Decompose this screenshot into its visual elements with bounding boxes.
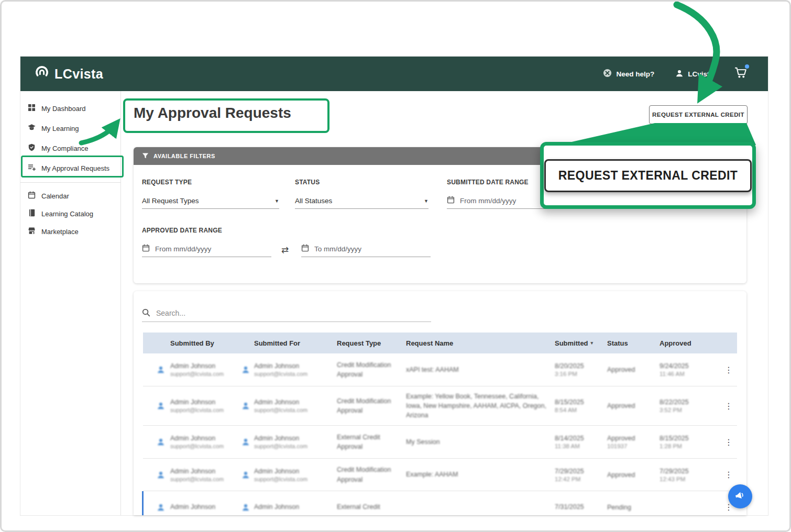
submitted-by-email: support@lcvista.com [170, 371, 237, 377]
row-menu-button[interactable]: ⋮ [720, 470, 737, 480]
submitted-for-name: Admin Johnson [254, 503, 337, 511]
col-request-type[interactable]: Request Type [337, 339, 406, 347]
table-row[interactable]: Admin Johnson Admin Johnson External Cre… [143, 491, 737, 515]
status-select[interactable]: All Statuses ▼ [295, 193, 429, 209]
request-name-cell: Example: Yellow Book, Tennessee, Califor… [406, 392, 555, 420]
search-placeholder: Search... [156, 309, 185, 317]
sidebar-item-label: Learning Catalog [41, 210, 93, 218]
dashboard-icon [28, 104, 36, 113]
request-name-cell: My Session [406, 437, 555, 447]
calendar-icon [447, 196, 455, 206]
col-approved[interactable]: Approved [660, 339, 720, 347]
submitted-by-name: Admin Johnson [170, 435, 237, 442]
table-row[interactable]: Admin Johnsonsupport@lcvista.com Admin J… [143, 353, 737, 386]
submitted-from-date-field[interactable]: From mm/dd/yyyy [447, 193, 575, 209]
calendar-icon [28, 191, 36, 201]
sidebar-item-label: My Dashboard [41, 105, 86, 113]
submitted-from-placeholder: From mm/dd/yyyy [460, 197, 516, 205]
table-row[interactable]: Admin Johnsonsupport@lcvista.com Admin J… [143, 386, 737, 426]
need-help-button[interactable]: Need help? [603, 69, 654, 79]
filters-header: AVAILABLE FILTERS [134, 147, 746, 165]
user-icon [151, 402, 170, 410]
sidebar-item-calendar[interactable]: Calendar [20, 187, 120, 205]
table-header-row: Submitted By Submitted For Request Type … [143, 332, 737, 353]
sidebar-item-my-approval-requests[interactable]: My Approval Requests [20, 158, 120, 178]
user-icon [675, 69, 684, 79]
approved-date-range-label: APPROVED DATE RANGE [142, 227, 222, 234]
sidebar-item-learning-catalog[interactable]: Learning Catalog [20, 205, 120, 223]
col-status[interactable]: Status [607, 339, 660, 347]
page-title: My Approval Requests [134, 105, 291, 121]
user-icon [151, 503, 170, 512]
submitted-time: 8:54 AM [555, 407, 607, 413]
approved-time: 12:43 PM [660, 476, 720, 482]
user-label: LCvista [688, 70, 713, 78]
submitted-date: 8/15/2025 [555, 398, 607, 406]
sidebar-item-my-learning[interactable]: My Learning [20, 118, 120, 138]
status-cell: Approved [607, 435, 660, 442]
table-row[interactable]: Admin Johnsonsupport@lcvista.com Admin J… [143, 426, 737, 459]
sidebar-item-label: Marketplace [41, 228, 79, 236]
row-menu-button[interactable]: ⋮ [720, 437, 737, 447]
approved-date: 8/22/2025 [660, 398, 720, 406]
submitted-date: 7/31/2025 [555, 503, 607, 511]
request-type-select[interactable]: All Request Types ▼ [142, 193, 279, 209]
submitted-by-email: support@lcvista.com [170, 476, 237, 482]
row-selection-indicator [142, 491, 144, 515]
submitted-by-name: Admin Johnson [170, 398, 237, 406]
sidebar-divider [20, 182, 120, 183]
approved-date: 9/24/2025 [660, 362, 720, 370]
submitted-for-name: Admin Johnson [254, 435, 337, 442]
brand-logo[interactable]: LCvista [34, 64, 103, 83]
search-input[interactable]: Search... [142, 305, 431, 322]
row-menu-button[interactable]: ⋮ [720, 365, 737, 375]
request-type-cell: External Credit Approval [337, 433, 406, 451]
submitted-date: 8/20/2025 [555, 362, 607, 370]
submitted-time: 11:38 AM [555, 443, 607, 449]
cart-button[interactable] [734, 67, 747, 81]
request-type-cell: Credit Modification Approval [337, 360, 406, 379]
approved-to-placeholder: To mm/dd/yyyy [314, 245, 361, 253]
sidebar-item-my-dashboard[interactable]: My Dashboard [20, 98, 120, 118]
submitted-for-email: support@lcvista.com [254, 443, 337, 449]
user-icon [151, 438, 170, 446]
request-external-credit-button[interactable]: REQUEST EXTERNAL CREDIT [649, 105, 748, 124]
user-icon [237, 402, 254, 410]
approved-to-date-field[interactable]: To mm/dd/yyyy [301, 241, 431, 257]
table-row[interactable]: Admin Johnsonsupport@lcvista.com Admin J… [143, 459, 737, 491]
user-menu[interactable]: LCvista [675, 69, 713, 79]
filter-funnel-icon [142, 152, 149, 160]
request-name-cell: Example: AAHAM [406, 470, 555, 479]
screenshot-canvas: LCvista Need help? [0, 0, 791, 532]
status-cell: Approved [607, 366, 660, 373]
col-submitted-for[interactable]: Submitted For [254, 339, 337, 347]
row-menu-button[interactable]: ⋮ [720, 401, 737, 411]
lcvista-logo-icon [34, 64, 50, 83]
status-cell: Approved [607, 471, 660, 479]
sidebar-item-my-compliance[interactable]: My Compliance [20, 138, 120, 158]
approved-time: 3:52 PM [660, 407, 720, 413]
submitted-date-range-label: SUBMITTED DATE RANGE [447, 179, 529, 186]
status-cell: Pending [607, 504, 660, 511]
submitted-for-name: Admin Johnson [254, 468, 337, 475]
submitted-to-date-field[interactable] [604, 193, 740, 209]
submitted-for-name: Admin Johnson [254, 398, 337, 406]
help-icon [603, 69, 612, 79]
approval-requests-icon [28, 163, 36, 173]
status-label: STATUS [295, 179, 320, 186]
submitted-by-name: Admin Johnson [170, 503, 237, 511]
approved-from-date-field[interactable]: From mm/dd/yyyy [142, 241, 271, 257]
compliance-icon [28, 143, 36, 153]
filters-header-label: AVAILABLE FILTERS [153, 153, 215, 159]
chat-widget-button[interactable] [728, 484, 752, 508]
approved-date: 8/15/2025 [660, 435, 720, 442]
col-submitted[interactable]: Submitted ▾ [555, 339, 607, 347]
submitted-time: 3:16 PM [555, 371, 607, 377]
sidebar-item-marketplace[interactable]: Marketplace [20, 223, 120, 240]
col-submitted-by[interactable]: Submitted By [170, 339, 237, 347]
brand-name: LCvista [54, 66, 103, 82]
col-request-name[interactable]: Request Name [406, 339, 555, 347]
requests-table: Submitted By Submitted For Request Type … [143, 332, 737, 515]
sidebar-item-label: My Learning [41, 125, 79, 132]
request-type-cell: Credit Modification Approval [337, 465, 406, 484]
